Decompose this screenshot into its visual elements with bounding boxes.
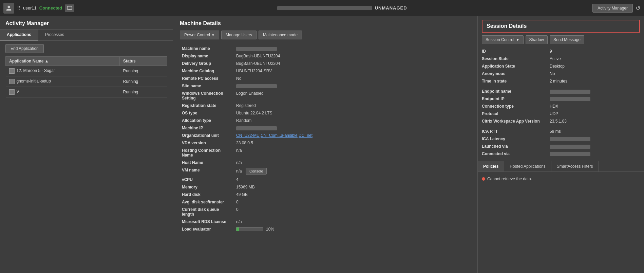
- session-detail-val-cell: 23.5.1.83: [546, 117, 644, 125]
- detail-value: 49 GB: [236, 192, 248, 197]
- detail-value: 4: [236, 177, 239, 182]
- table-row[interactable]: gnome-initial-setup Running: [6, 76, 167, 87]
- maintenance-mode-button[interactable]: Maintenance mode: [259, 31, 302, 39]
- error-dot-icon: [482, 177, 485, 181]
- detail-val-cell: CN=U22-MU,CN=Com...a-ansible,DC=net: [234, 132, 471, 139]
- session-detail-val-cell: No: [546, 70, 644, 77]
- app-status-cell: Running: [120, 66, 167, 76]
- session-detail-label: Anonymous: [478, 70, 546, 77]
- detail-val-cell: UBUNTU2204-SRV: [234, 67, 471, 75]
- session-detail-row: ICA RTT 59 ms: [478, 128, 644, 135]
- session-detail-row: ICA Latency: [478, 135, 644, 143]
- activity-manager-button[interactable]: Activity Manager: [592, 4, 633, 13]
- machine-actions: Power Control ▼ Manage Users Maintenance…: [180, 31, 471, 39]
- main-layout: Activity Manager Applications Processes …: [0, 16, 644, 273]
- detail-value: 15969 MB: [236, 185, 255, 189]
- link-value[interactable]: CN=U22-MU,CN=Com...a-ansible,DC=net: [236, 133, 312, 138]
- blurred-value: [550, 90, 590, 94]
- detail-val-cell: n/a: [234, 147, 471, 159]
- session-detail-label: Endpoint name: [478, 88, 546, 95]
- connected-status: Connected: [39, 5, 62, 11]
- left-panel-title: Activity Manager: [0, 16, 173, 30]
- end-application-button[interactable]: End Application: [5, 44, 44, 53]
- topbar-center: UNMANAGED: [92, 5, 592, 11]
- table-row[interactable]: V Running: [6, 87, 167, 97]
- dots-icon[interactable]: ⠿: [17, 5, 20, 11]
- send-message-button[interactable]: Send Message: [550, 35, 584, 44]
- detail-row: Machine IP: [180, 124, 471, 132]
- col-status: Status: [120, 57, 167, 66]
- session-detail-val-cell: [546, 88, 644, 95]
- detail-value: Registered: [236, 103, 256, 108]
- app-status-cell: Running: [120, 76, 167, 87]
- detail-row: Hosting Connection Name n/a: [180, 147, 471, 159]
- table-row[interactable]: 12. Maroon 5 - Sugar Running: [6, 66, 167, 76]
- detail-label: Remote PC access: [180, 75, 234, 82]
- spacer-row: [478, 125, 644, 128]
- session-detail-value: No: [550, 71, 555, 76]
- unmanaged-label: UNMANAGED: [375, 5, 407, 11]
- detail-value: n/a: [236, 148, 242, 153]
- session-detail-label: Time in state: [478, 77, 546, 85]
- session-detail-label: Protocol: [478, 110, 546, 117]
- session-actions: Session Control ▼ Shadow Send Message: [478, 35, 644, 48]
- detail-label: Delivery Group: [180, 60, 234, 67]
- detail-val-cell: Ubuntu 22.04.2 LTS: [234, 109, 471, 117]
- user-avatar: [3, 3, 14, 14]
- topbar-left: ⠿ user11 Connected: [3, 3, 92, 14]
- detail-label: Hard disk: [180, 191, 234, 198]
- detail-val-cell: BugBash-UBUNTU2204: [234, 60, 471, 67]
- tab-processes[interactable]: Processes: [38, 30, 71, 40]
- session-detail-val-cell: [546, 95, 644, 103]
- session-detail-row: Launched via: [478, 143, 644, 150]
- detail-label: Memory: [180, 183, 234, 191]
- detail-val-cell: [234, 124, 471, 132]
- detail-row: OS type Ubuntu 22.04.2 LTS: [180, 109, 471, 117]
- detail-row: Registration state Registered: [180, 102, 471, 109]
- load-bar-fill: [236, 228, 239, 231]
- session-detail-val-cell: Desktop: [546, 62, 644, 70]
- detail-val-cell: 10%: [234, 225, 471, 233]
- error-message: Cannot retrieve the data.: [478, 172, 644, 186]
- manage-users-button[interactable]: Manage Users: [221, 31, 257, 39]
- session-tab-hosted-applications[interactable]: Hosted Applications: [504, 161, 551, 171]
- detail-row: Microsoft RDS License n/a: [180, 218, 471, 225]
- power-control-button[interactable]: Power Control ▼: [180, 31, 219, 39]
- console-button[interactable]: Console: [246, 168, 267, 175]
- middle-panel: Machine Details Power Control ▼ Manage U…: [173, 16, 478, 273]
- load-bar-container: 10%: [236, 227, 469, 232]
- detail-row: VM name n/a Console: [180, 166, 471, 176]
- detail-row: vCPU 4: [180, 176, 471, 183]
- app-icon: [9, 79, 15, 84]
- shadow-button[interactable]: Shadow: [526, 35, 548, 44]
- session-detail-value: UDP: [550, 111, 558, 116]
- detail-row: Load evaluator 10%: [180, 225, 471, 233]
- session-detail-value: HDX: [550, 104, 558, 109]
- session-detail-row: Citrix Workspace App Version 23.5.1.83: [478, 117, 644, 125]
- detail-label: Microsoft RDS License: [180, 218, 234, 225]
- right-panel: Session Details Session Control ▼ Shadow…: [478, 16, 644, 273]
- session-detail-row: Protocol UDP: [478, 110, 644, 117]
- detail-row: VDA version 23.08.0.5: [180, 139, 471, 147]
- session-tab-smartaccess-filters[interactable]: SmartAccess Filters: [551, 161, 599, 171]
- detail-val-cell: Logon Enabled: [234, 90, 471, 102]
- tab-applications[interactable]: Applications: [0, 30, 38, 40]
- app-name-cell: V: [6, 87, 120, 97]
- detail-label: Allocation type: [180, 117, 234, 124]
- detail-row: Memory 15969 MB: [180, 183, 471, 191]
- detail-val-cell: 23.08.0.5: [234, 139, 471, 147]
- session-detail-value: 59 ms: [550, 129, 561, 134]
- session-detail-val-cell: [546, 135, 644, 143]
- session-tab-policies[interactable]: Policies: [478, 161, 504, 171]
- session-details-header: Session Details: [482, 20, 640, 33]
- detail-row: Organizational unit CN=U22-MU,CN=Com...a…: [180, 132, 471, 139]
- session-detail-label: ID: [478, 48, 546, 55]
- session-details-title: Session Details: [487, 23, 527, 29]
- detail-label: Registration state: [180, 102, 234, 109]
- session-control-button[interactable]: Session Control ▼: [482, 35, 524, 44]
- refresh-icon[interactable]: ↺: [636, 4, 641, 12]
- monitor-icon[interactable]: [65, 4, 74, 12]
- session-detail-label: Launched via: [478, 143, 546, 150]
- load-value: 10%: [266, 227, 274, 232]
- session-detail-value: 23.5.1.83: [550, 119, 567, 124]
